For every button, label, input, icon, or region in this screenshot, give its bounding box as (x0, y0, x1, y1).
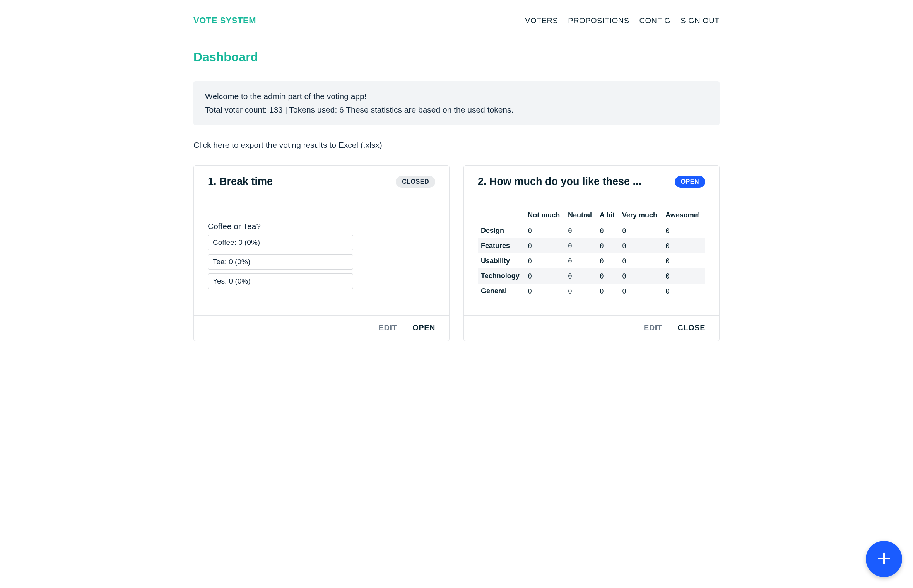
brand-title[interactable]: VOTE SYSTEM (193, 15, 256, 26)
card-foot: EDIT OPEN (194, 315, 449, 341)
page-title: Dashboard (193, 50, 720, 64)
option-row: Coffee: 0 (0%) (208, 235, 353, 250)
cell: 0 (619, 223, 662, 238)
nav-voters[interactable]: VOTERS (525, 16, 558, 25)
option-row: Yes: 0 (0%) (208, 273, 353, 289)
cell: 0 (565, 223, 597, 238)
cell: 0 (525, 238, 565, 253)
open-button[interactable]: OPEN (412, 323, 435, 332)
row-label: General (478, 284, 525, 299)
col-header: A bit (597, 208, 619, 223)
status-badge: CLOSED (396, 176, 435, 188)
proposition-card: 2. How much do you like these ... OPEN N… (463, 165, 720, 341)
edit-button[interactable]: EDIT (379, 323, 397, 332)
cell: 0 (619, 238, 662, 253)
cell: 0 (619, 253, 662, 268)
cell: 0 (565, 253, 597, 268)
card-head: 1. Break time CLOSED (194, 166, 449, 191)
col-header: Awesome! (662, 208, 705, 223)
banner-line-1: Welcome to the admin part of the voting … (205, 90, 708, 103)
results-table: Not much Neutral A bit Very much Awesome… (478, 208, 705, 299)
row-label: Features (478, 238, 525, 253)
cell: 0 (597, 284, 619, 299)
card-title: 1. Break time (208, 176, 396, 188)
export-link[interactable]: Click here to export the voting results … (193, 140, 382, 150)
col-header: Not much (525, 208, 565, 223)
cell: 0 (525, 223, 565, 238)
main-nav: VOTERS PROPOSITIONS CONFIG SIGN OUT (525, 16, 720, 25)
close-button[interactable]: CLOSE (678, 323, 705, 332)
card-foot: EDIT CLOSE (464, 315, 719, 341)
cell: 0 (662, 253, 705, 268)
proposition-card: 1. Break time CLOSED Coffee or Tea? Coff… (193, 165, 450, 341)
cell: 0 (565, 238, 597, 253)
table-corner (478, 208, 525, 223)
cell: 0 (597, 238, 619, 253)
cell: 0 (662, 284, 705, 299)
cell: 0 (525, 268, 565, 284)
banner-line-2: Total voter count: 133 | Tokens used: 6 … (205, 103, 708, 117)
cell: 0 (565, 284, 597, 299)
cards-grid: 1. Break time CLOSED Coffee or Tea? Coff… (193, 165, 720, 341)
cell: 0 (597, 223, 619, 238)
status-badge: OPEN (675, 176, 705, 188)
card-body: Not much Neutral A bit Very much Awesome… (464, 191, 719, 315)
header: VOTE SYSTEM VOTERS PROPOSITIONS CONFIG S… (193, 0, 720, 36)
row-label: Technology (478, 268, 525, 284)
row-label: Design (478, 223, 525, 238)
card-body: Coffee or Tea? Coffee: 0 (0%) Tea: 0 (0%… (194, 191, 449, 315)
nav-propositions[interactable]: PROPOSITIONS (568, 16, 629, 25)
nav-config[interactable]: CONFIG (639, 16, 671, 25)
cell: 0 (662, 223, 705, 238)
cell: 0 (662, 268, 705, 284)
col-header: Very much (619, 208, 662, 223)
edit-button[interactable]: EDIT (644, 323, 662, 332)
cell: 0 (597, 268, 619, 284)
table-row: Usability 0 0 0 0 0 (478, 253, 705, 268)
table-row: Features 0 0 0 0 0 (478, 238, 705, 253)
option-row: Tea: 0 (0%) (208, 254, 353, 270)
row-label: Usability (478, 253, 525, 268)
col-header: Neutral (565, 208, 597, 223)
info-banner: Welcome to the admin part of the voting … (193, 81, 720, 125)
table-row: Technology 0 0 0 0 0 (478, 268, 705, 284)
nav-sign-out[interactable]: SIGN OUT (680, 16, 720, 25)
cell: 0 (619, 268, 662, 284)
cell: 0 (525, 284, 565, 299)
question-label: Coffee or Tea? (208, 222, 435, 231)
cell: 0 (662, 238, 705, 253)
cell: 0 (619, 284, 662, 299)
card-title: 2. How much do you like these ... (478, 176, 675, 188)
table-row: General 0 0 0 0 0 (478, 284, 705, 299)
table-row: Design 0 0 0 0 0 (478, 223, 705, 238)
cell: 0 (597, 253, 619, 268)
card-head: 2. How much do you like these ... OPEN (464, 166, 719, 191)
cell: 0 (565, 268, 597, 284)
cell: 0 (525, 253, 565, 268)
